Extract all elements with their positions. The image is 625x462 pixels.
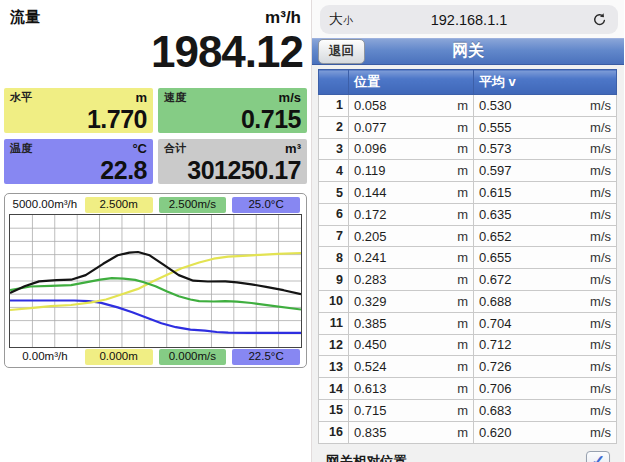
velocity-cell: 0.704m/s <box>474 312 617 334</box>
velocity-unit: m/s <box>590 403 611 418</box>
velocity-value: 0.597 <box>479 163 512 178</box>
position-value: 0.715 <box>354 403 387 418</box>
page-body: 位置 平均 v 10.058m0.530m/s20.077m0.555m/s30… <box>312 65 624 462</box>
metric-tiles: 水平m1.770速度m/s0.715温度°C22.8合计m³301250.17 <box>4 88 307 184</box>
velocity-unit: m/s <box>590 294 611 309</box>
velocity-unit: m/s <box>590 141 611 156</box>
table-row: 60.172m0.635m/s <box>319 203 617 225</box>
measurement-table: 位置 平均 v 10.058m0.530m/s20.077m0.555m/s30… <box>318 69 617 444</box>
velocity-value: 0.635 <box>479 207 512 222</box>
position-unit: m <box>457 250 468 265</box>
velocity-cell: 0.615m/s <box>474 182 617 204</box>
tile-label: 温度 <box>10 141 32 156</box>
row-index: 15 <box>319 399 349 421</box>
table-row: 90.283m0.672m/s <box>319 269 617 291</box>
velocity-value: 0.615 <box>479 185 512 200</box>
metric-tile: 速度m/s0.715 <box>158 88 307 133</box>
row-index: 9 <box>319 269 349 291</box>
velocity-cell: 0.655m/s <box>474 247 617 269</box>
tile-top: 合计m³ <box>164 141 301 156</box>
position-cell: 0.205m <box>349 225 474 247</box>
legend-item: 2.500m <box>85 197 153 213</box>
velocity-value: 0.726 <box>479 359 512 374</box>
table-footer: 网关相对位置 ✓ <box>318 444 617 462</box>
velocity-cell: 0.555m/s <box>474 116 617 138</box>
checkmark-icon: ✓ <box>591 453 605 462</box>
velocity-unit: m/s <box>590 163 611 178</box>
row-index: 2 <box>319 116 349 138</box>
velocity-unit: m/s <box>590 250 611 265</box>
velocity-value: 0.655 <box>479 250 512 265</box>
position-value: 0.613 <box>354 381 387 396</box>
screen: 流量 m³/h 1984.12 水平m1.770速度m/s0.715温度°C22… <box>0 0 625 462</box>
table-row: 100.329m0.688m/s <box>319 291 617 313</box>
position-value: 0.329 <box>354 294 387 309</box>
row-index: 13 <box>319 356 349 378</box>
velocity-unit: m/s <box>590 120 611 135</box>
position-unit: m <box>457 403 468 418</box>
table-header-row: 位置 平均 v <box>319 70 617 95</box>
chart-legend-max: 5000.00m³/h2.500m2.500m/s25.0°C <box>9 197 302 213</box>
legend-item: 0.000m <box>85 349 153 365</box>
position-unit: m <box>457 272 468 287</box>
table-row: 30.096m0.573m/s <box>319 138 617 160</box>
row-index: 7 <box>319 225 349 247</box>
velocity-value: 0.620 <box>479 425 512 440</box>
refresh-icon[interactable] <box>589 10 609 30</box>
table-row: 130.524m0.726m/s <box>319 356 617 378</box>
velocity-value: 0.683 <box>479 403 512 418</box>
velocity-value: 0.706 <box>479 381 512 396</box>
table-row: 50.144m0.615m/s <box>319 182 617 204</box>
position-cell: 0.385m <box>349 312 474 334</box>
relative-position-checkbox[interactable]: ✓ <box>586 451 610 462</box>
position-cell: 0.144m <box>349 182 474 204</box>
position-unit: m <box>457 337 468 352</box>
position-unit: m <box>457 98 468 113</box>
metric-tile: 水平m1.770 <box>4 88 153 133</box>
table-row: 110.385m0.704m/s <box>319 312 617 334</box>
legend-item: 5000.00m³/h <box>11 197 79 213</box>
table-row: 40.119m0.597m/s <box>319 160 617 182</box>
velocity-unit: m/s <box>590 185 611 200</box>
velocity-unit: m/s <box>590 359 611 374</box>
velocity-cell: 0.672m/s <box>474 269 617 291</box>
velocity-cell: 0.530m/s <box>474 95 617 117</box>
position-value: 0.205 <box>354 229 387 244</box>
table-row: 160.835m0.620m/s <box>319 421 617 443</box>
position-value: 0.096 <box>354 141 387 156</box>
velocity-cell: 0.726m/s <box>474 356 617 378</box>
velocity-value: 0.573 <box>479 141 512 156</box>
url-field[interactable]: 大小 192.168.1.1 <box>320 5 618 34</box>
position-cell: 0.096m <box>349 138 474 160</box>
row-index: 16 <box>319 421 349 443</box>
position-cell: 0.283m <box>349 269 474 291</box>
position-unit: m <box>457 120 468 135</box>
table-row: 70.205m0.652m/s <box>319 225 617 247</box>
trend-chart-plot <box>9 214 302 348</box>
velocity-cell: 0.573m/s <box>474 138 617 160</box>
browser-address-bar: 大小 192.168.1.1 <box>312 0 624 38</box>
velocity-cell: 0.712m/s <box>474 334 617 356</box>
tile-value: 301250.17 <box>187 158 301 183</box>
position-cell: 0.835m <box>349 421 474 443</box>
tile-unit: m/s <box>279 90 301 105</box>
legend-item: 0.00m³/h <box>11 349 79 365</box>
url-text: 192.168.1.1 <box>320 12 618 28</box>
tile-label: 水平 <box>10 90 32 105</box>
tile-label: 速度 <box>164 90 186 105</box>
tile-top: 水平m <box>10 90 147 105</box>
position-unit: m <box>457 359 468 374</box>
position-value: 0.144 <box>354 185 387 200</box>
position-unit: m <box>457 163 468 178</box>
table-row: 20.077m0.555m/s <box>319 116 617 138</box>
position-unit: m <box>457 425 468 440</box>
trend-chart-svg <box>10 215 301 347</box>
legend-item: 0.000m/s <box>159 349 227 365</box>
position-unit: m <box>457 381 468 396</box>
position-value: 0.058 <box>354 98 387 113</box>
position-cell: 0.715m <box>349 399 474 421</box>
position-cell: 0.058m <box>349 95 474 117</box>
position-value: 0.241 <box>354 250 387 265</box>
velocity-unit: m/s <box>590 229 611 244</box>
chart-legend-min: 0.00m³/h0.000m0.000m/s22.5°C <box>9 349 302 365</box>
